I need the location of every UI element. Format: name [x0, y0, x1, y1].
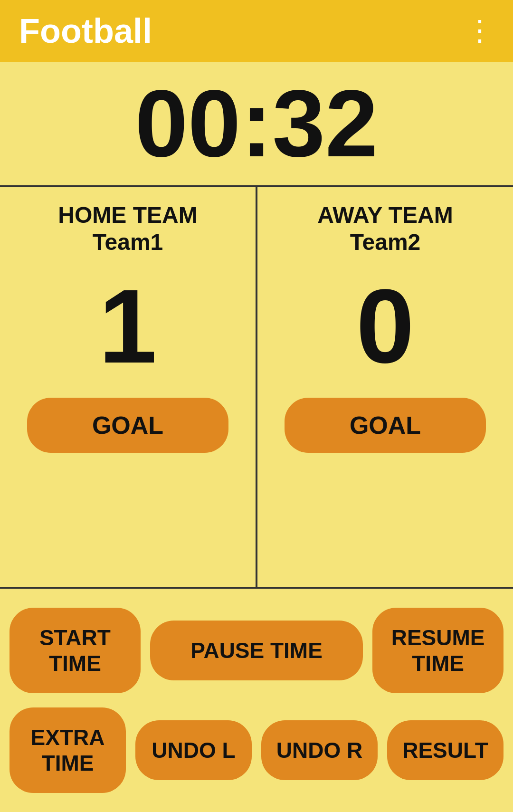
timer-display: 00:32	[135, 76, 378, 171]
home-team-label: HOME TEAM	[58, 201, 197, 229]
app-title: Football	[19, 11, 152, 50]
controls-section: START TIME PAUSE TIME RESUME TIME EXTRA …	[0, 589, 513, 812]
home-goal-button[interactable]: GOAL	[27, 398, 228, 453]
resume-time-button[interactable]: RESUME TIME	[372, 608, 504, 693]
timer-section: 00:32	[0, 62, 513, 187]
away-team-label: AWAY TEAM	[317, 201, 453, 229]
controls-row-1: START TIME PAUSE TIME RESUME TIME	[10, 608, 504, 693]
home-team-score: 1	[99, 274, 157, 379]
away-team-name: Team2	[350, 229, 421, 255]
score-section: HOME TEAM Team1 1 GOAL AWAY TEAM Team2 0…	[0, 187, 513, 589]
home-team-name: Team1	[93, 229, 163, 255]
extra-time-button[interactable]: EXTRA TIME	[10, 707, 126, 793]
home-team-panel: HOME TEAM Team1 1 GOAL	[0, 187, 257, 587]
controls-row-2: EXTRA TIME UNDO L UNDO R RESULT	[10, 707, 504, 793]
undo-r-button[interactable]: UNDO R	[261, 720, 378, 780]
away-team-panel: AWAY TEAM Team2 0 GOAL	[257, 187, 513, 587]
pause-time-button[interactable]: PAUSE TIME	[150, 621, 363, 680]
away-team-score: 0	[356, 274, 414, 379]
app-header: Football ⋮	[0, 0, 513, 62]
menu-icon[interactable]: ⋮	[466, 17, 494, 45]
away-goal-button[interactable]: GOAL	[285, 398, 485, 453]
start-time-button[interactable]: START TIME	[10, 608, 141, 693]
undo-l-button[interactable]: UNDO L	[135, 720, 252, 780]
result-button[interactable]: RESULT	[387, 720, 504, 780]
